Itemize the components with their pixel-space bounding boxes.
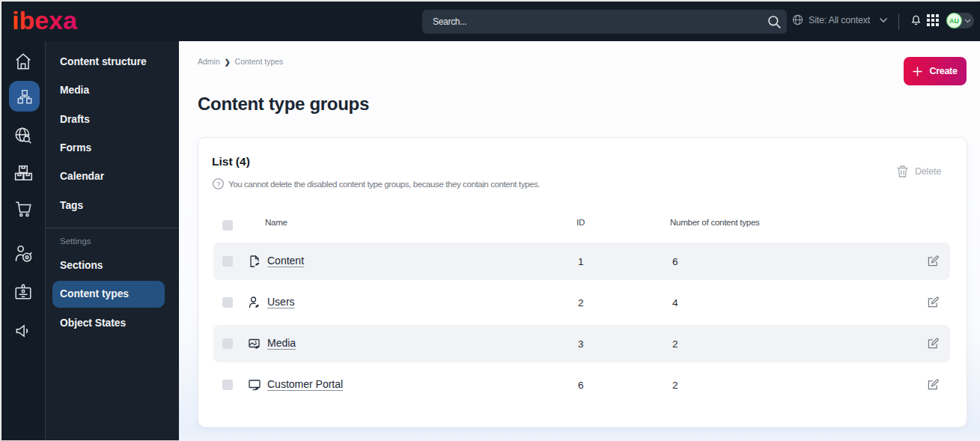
svg-text:ibexa: ibexa [12, 7, 78, 34]
svg-text:?: ? [216, 180, 220, 188]
